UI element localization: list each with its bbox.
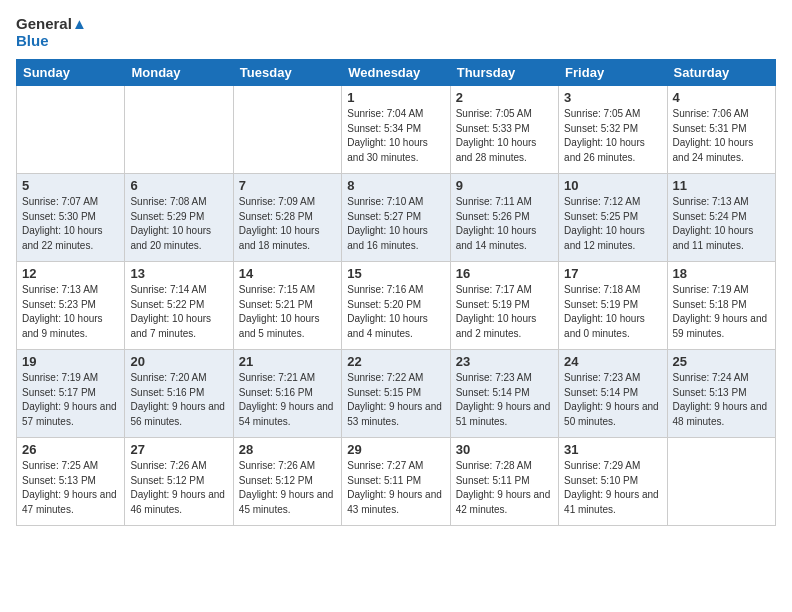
day-sunset: Sunset: 5:21 PM xyxy=(239,299,313,310)
calendar-day-11: 11 Sunrise: 7:13 AM Sunset: 5:24 PM Dayl… xyxy=(667,174,775,262)
day-sunrise: Sunrise: 7:06 AM xyxy=(673,108,749,119)
day-number: 21 xyxy=(239,354,336,369)
calendar-day-9: 9 Sunrise: 7:11 AM Sunset: 5:26 PM Dayli… xyxy=(450,174,558,262)
day-number: 28 xyxy=(239,442,336,457)
day-sunrise: Sunrise: 7:09 AM xyxy=(239,196,315,207)
day-sunrise: Sunrise: 7:04 AM xyxy=(347,108,423,119)
col-header-saturday: Saturday xyxy=(667,60,775,86)
day-sunset: Sunset: 5:19 PM xyxy=(564,299,638,310)
day-sunset: Sunset: 5:31 PM xyxy=(673,123,747,134)
day-number: 22 xyxy=(347,354,444,369)
calendar-week-row: 12 Sunrise: 7:13 AM Sunset: 5:23 PM Dayl… xyxy=(17,262,776,350)
calendar-table: SundayMondayTuesdayWednesdayThursdayFrid… xyxy=(16,59,776,526)
calendar-day-31: 31 Sunrise: 7:29 AM Sunset: 5:10 PM Dayl… xyxy=(559,438,667,526)
day-daylight: Daylight: 10 hours and 2 minutes. xyxy=(456,313,537,339)
day-daylight: Daylight: 10 hours and 18 minutes. xyxy=(239,225,320,251)
col-header-wednesday: Wednesday xyxy=(342,60,450,86)
calendar-day-17: 17 Sunrise: 7:18 AM Sunset: 5:19 PM Dayl… xyxy=(559,262,667,350)
day-sunset: Sunset: 5:12 PM xyxy=(239,475,313,486)
calendar-day-25: 25 Sunrise: 7:24 AM Sunset: 5:13 PM Dayl… xyxy=(667,350,775,438)
day-number: 1 xyxy=(347,90,444,105)
day-daylight: Daylight: 10 hours and 5 minutes. xyxy=(239,313,320,339)
calendar-day-26: 26 Sunrise: 7:25 AM Sunset: 5:13 PM Dayl… xyxy=(17,438,125,526)
day-sunset: Sunset: 5:17 PM xyxy=(22,387,96,398)
day-number: 24 xyxy=(564,354,661,369)
calendar-day-19: 19 Sunrise: 7:19 AM Sunset: 5:17 PM Dayl… xyxy=(17,350,125,438)
day-number: 23 xyxy=(456,354,553,369)
day-daylight: Daylight: 10 hours and 26 minutes. xyxy=(564,137,645,163)
calendar-week-row: 26 Sunrise: 7:25 AM Sunset: 5:13 PM Dayl… xyxy=(17,438,776,526)
day-sunrise: Sunrise: 7:13 AM xyxy=(22,284,98,295)
day-number: 26 xyxy=(22,442,119,457)
day-daylight: Daylight: 10 hours and 12 minutes. xyxy=(564,225,645,251)
day-number: 2 xyxy=(456,90,553,105)
day-sunrise: Sunrise: 7:11 AM xyxy=(456,196,532,207)
day-daylight: Daylight: 9 hours and 47 minutes. xyxy=(22,489,117,515)
day-sunset: Sunset: 5:16 PM xyxy=(130,387,204,398)
day-number: 6 xyxy=(130,178,227,193)
day-daylight: Daylight: 9 hours and 50 minutes. xyxy=(564,401,659,427)
day-number: 20 xyxy=(130,354,227,369)
day-number: 18 xyxy=(673,266,770,281)
day-sunset: Sunset: 5:27 PM xyxy=(347,211,421,222)
day-sunset: Sunset: 5:16 PM xyxy=(239,387,313,398)
col-header-sunday: Sunday xyxy=(17,60,125,86)
day-daylight: Daylight: 10 hours and 24 minutes. xyxy=(673,137,754,163)
day-sunset: Sunset: 5:18 PM xyxy=(673,299,747,310)
day-sunrise: Sunrise: 7:19 AM xyxy=(673,284,749,295)
day-sunrise: Sunrise: 7:08 AM xyxy=(130,196,206,207)
calendar-day-22: 22 Sunrise: 7:22 AM Sunset: 5:15 PM Dayl… xyxy=(342,350,450,438)
day-number: 12 xyxy=(22,266,119,281)
day-sunset: Sunset: 5:25 PM xyxy=(564,211,638,222)
page-header: General▲ Blue xyxy=(16,16,776,49)
day-daylight: Daylight: 9 hours and 45 minutes. xyxy=(239,489,334,515)
calendar-day-21: 21 Sunrise: 7:21 AM Sunset: 5:16 PM Dayl… xyxy=(233,350,341,438)
calendar-day-4: 4 Sunrise: 7:06 AM Sunset: 5:31 PM Dayli… xyxy=(667,86,775,174)
day-number: 29 xyxy=(347,442,444,457)
day-number: 17 xyxy=(564,266,661,281)
day-daylight: Daylight: 10 hours and 4 minutes. xyxy=(347,313,428,339)
day-sunset: Sunset: 5:14 PM xyxy=(564,387,638,398)
day-daylight: Daylight: 10 hours and 16 minutes. xyxy=(347,225,428,251)
day-sunrise: Sunrise: 7:24 AM xyxy=(673,372,749,383)
day-daylight: Daylight: 10 hours and 28 minutes. xyxy=(456,137,537,163)
day-daylight: Daylight: 9 hours and 56 minutes. xyxy=(130,401,225,427)
col-header-monday: Monday xyxy=(125,60,233,86)
day-sunset: Sunset: 5:13 PM xyxy=(22,475,96,486)
calendar-day-16: 16 Sunrise: 7:17 AM Sunset: 5:19 PM Dayl… xyxy=(450,262,558,350)
day-daylight: Daylight: 9 hours and 57 minutes. xyxy=(22,401,117,427)
logo-blue: Blue xyxy=(16,33,87,50)
logo-general: General▲ xyxy=(16,16,87,33)
day-daylight: Daylight: 9 hours and 48 minutes. xyxy=(673,401,768,427)
day-sunset: Sunset: 5:30 PM xyxy=(22,211,96,222)
day-sunrise: Sunrise: 7:19 AM xyxy=(22,372,98,383)
day-sunset: Sunset: 5:28 PM xyxy=(239,211,313,222)
day-sunrise: Sunrise: 7:10 AM xyxy=(347,196,423,207)
calendar-day-28: 28 Sunrise: 7:26 AM Sunset: 5:12 PM Dayl… xyxy=(233,438,341,526)
day-number: 9 xyxy=(456,178,553,193)
calendar-empty-cell xyxy=(233,86,341,174)
day-sunrise: Sunrise: 7:13 AM xyxy=(673,196,749,207)
day-sunset: Sunset: 5:12 PM xyxy=(130,475,204,486)
day-sunset: Sunset: 5:11 PM xyxy=(456,475,530,486)
calendar-day-18: 18 Sunrise: 7:19 AM Sunset: 5:18 PM Dayl… xyxy=(667,262,775,350)
day-number: 5 xyxy=(22,178,119,193)
day-number: 8 xyxy=(347,178,444,193)
day-sunset: Sunset: 5:23 PM xyxy=(22,299,96,310)
day-sunrise: Sunrise: 7:20 AM xyxy=(130,372,206,383)
day-sunset: Sunset: 5:22 PM xyxy=(130,299,204,310)
calendar-day-2: 2 Sunrise: 7:05 AM Sunset: 5:33 PM Dayli… xyxy=(450,86,558,174)
calendar-day-27: 27 Sunrise: 7:26 AM Sunset: 5:12 PM Dayl… xyxy=(125,438,233,526)
calendar-day-30: 30 Sunrise: 7:28 AM Sunset: 5:11 PM Dayl… xyxy=(450,438,558,526)
day-sunrise: Sunrise: 7:12 AM xyxy=(564,196,640,207)
day-sunset: Sunset: 5:11 PM xyxy=(347,475,421,486)
calendar-day-23: 23 Sunrise: 7:23 AM Sunset: 5:14 PM Dayl… xyxy=(450,350,558,438)
calendar-day-6: 6 Sunrise: 7:08 AM Sunset: 5:29 PM Dayli… xyxy=(125,174,233,262)
day-sunset: Sunset: 5:32 PM xyxy=(564,123,638,134)
calendar-empty-cell xyxy=(667,438,775,526)
day-sunrise: Sunrise: 7:29 AM xyxy=(564,460,640,471)
day-sunset: Sunset: 5:14 PM xyxy=(456,387,530,398)
calendar-day-1: 1 Sunrise: 7:04 AM Sunset: 5:34 PM Dayli… xyxy=(342,86,450,174)
day-number: 10 xyxy=(564,178,661,193)
day-daylight: Daylight: 9 hours and 59 minutes. xyxy=(673,313,768,339)
